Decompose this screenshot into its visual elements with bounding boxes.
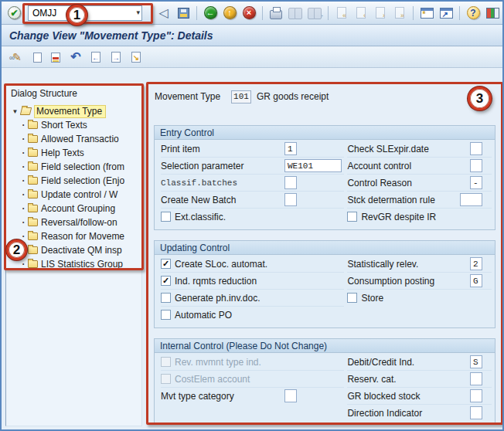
toolbar-separator <box>196 6 197 20</box>
first-page-icon[interactable]: « <box>334 5 349 21</box>
consumption-posting-field[interactable]: G <box>470 274 482 287</box>
classif-batches-field[interactable] <box>284 176 297 189</box>
gr-blocked-stock-field[interactable] <box>470 389 482 402</box>
internal-control-groupbox: Internal Control (Please Do Not Change) … <box>154 338 495 423</box>
copy-icon[interactable] <box>28 49 43 66</box>
tree-item-reason-for-movement[interactable]: ·Reason for Moveme <box>10 229 141 243</box>
store-checkbox[interactable] <box>347 293 357 303</box>
ind-rqmts-checkbox[interactable] <box>161 276 171 286</box>
direction-indicator-row: Direction Indicator <box>347 405 492 422</box>
direction-indicator-field[interactable] <box>470 406 482 419</box>
folder-icon <box>28 246 38 254</box>
stck-determation-rule-row: Stck determation rule <box>347 192 492 209</box>
page-glyph: ↘ <box>131 52 141 63</box>
check-slexpir-field[interactable] <box>470 142 482 155</box>
revgr-despite-ir-row: RevGR despite IR <box>347 209 492 226</box>
delete-icon[interactable] <box>48 49 63 66</box>
enter-icon[interactable]: ✔ <box>8 6 21 19</box>
command-dropdown-icon[interactable]: ▾ <box>136 8 140 16</box>
movement-type-field[interactable]: 101 <box>231 90 251 104</box>
exit-icon[interactable]: ↑ <box>222 5 237 21</box>
generate-phinv-row: Generate ph.inv.doc. <box>161 290 344 307</box>
print-icon[interactable] <box>268 5 284 21</box>
bullet-icon: · <box>20 148 27 158</box>
revgr-despite-ir-checkbox[interactable] <box>347 212 357 222</box>
control-reason-field[interactable]: - <box>470 176 482 189</box>
create-sloc-checkbox[interactable] <box>161 259 171 269</box>
create-shortcut-icon[interactable]: ↗ <box>438 5 454 21</box>
display-change-icon[interactable]: ∞✎ <box>8 49 23 66</box>
debit-credit-ind-field[interactable]: S <box>470 355 482 368</box>
account-control-field[interactable] <box>470 159 482 172</box>
print-item-row: Print item 1 <box>161 141 344 158</box>
cancel-icon[interactable]: × <box>241 5 257 21</box>
debit-credit-ind-row: Debit/Credit Ind. S <box>347 354 492 371</box>
back-icon[interactable]: ← <box>203 5 218 21</box>
position-icon[interactable]: ↘ <box>128 49 144 66</box>
updating-control-left-column: Create SLoc. automat. Ind. rqmts reducti… <box>161 256 344 324</box>
tree-item-allowed-transactions[interactable]: ·Allowed Transactio <box>10 132 141 146</box>
automatic-po-checkbox[interactable] <box>161 310 171 320</box>
statistically-relev-field[interactable]: 2 <box>470 257 482 270</box>
save-icon[interactable] <box>175 5 191 21</box>
customize-layout-icon[interactable] <box>485 5 500 21</box>
bullet-icon: · <box>20 120 27 131</box>
create-new-batch-row: Create New Batch <box>161 192 344 209</box>
print-item-label: Print item <box>161 144 284 154</box>
help-icon[interactable]: ? <box>465 5 481 21</box>
classif-batches-label: Classif.batches <box>161 178 284 188</box>
binoculars-plus-glyph: + <box>308 8 322 18</box>
ext-classific-checkbox[interactable] <box>161 212 171 222</box>
folder-icon <box>28 219 38 226</box>
tree-item-reversal-follow-on[interactable]: ·Reversal/follow-on <box>10 216 141 229</box>
store-row: Store <box>347 290 492 307</box>
folder-icon <box>28 232 38 240</box>
generate-phinv-checkbox[interactable] <box>161 293 171 303</box>
create-new-batch-label: Create New Batch <box>161 195 284 205</box>
question-glyph: ? <box>467 6 480 19</box>
next-page-icon[interactable]: › <box>373 5 388 21</box>
statistically-relev-row: Statistically relev. 2 <box>347 256 492 273</box>
tree-item-field-selection-enjoy[interactable]: ·Field selection (Enjo <box>10 174 141 188</box>
ext-classific-row: Ext.classific. <box>161 209 344 226</box>
tree-item-account-grouping[interactable]: ·Account Grouping <box>10 202 141 216</box>
last-page-icon[interactable]: » <box>392 5 407 21</box>
costelem-account-checkbox <box>161 374 171 384</box>
tree-item-lis-statistics[interactable]: ·LIS Statistics Group <box>10 257 141 271</box>
tree-item-update-control[interactable]: ·Update control / W <box>10 188 141 202</box>
store-label: Store <box>361 293 474 304</box>
internal-control-body: Rev. mvmnt type ind. CostElem account Mv… <box>155 353 495 423</box>
tree-item-movement-type[interactable]: ▼ Movement Type <box>10 104 141 118</box>
arrow-glyph: → <box>112 53 120 63</box>
folder-icon <box>28 191 38 199</box>
customize-glyph <box>486 8 499 19</box>
selection-parameter-field[interactable]: WE101 <box>284 159 342 172</box>
tree-item-short-texts[interactable]: ·Short Texts <box>10 118 141 132</box>
find-next-icon[interactable]: + <box>307 5 322 21</box>
previous-page-icon[interactable]: ‹ <box>353 5 369 21</box>
back-arrow-icon[interactable]: ◁ <box>156 5 172 21</box>
arrow-glyph: ← <box>92 53 100 63</box>
check-slexpir-row: Check SLExpir.date <box>347 141 492 158</box>
tree-item-deactivate-qm[interactable]: ·Deactivate QM insp <box>10 243 141 257</box>
dialog-structure-panel: Dialog Structure ▼ Movement Type ·Short … <box>5 83 142 426</box>
expander-icon[interactable]: ▼ <box>10 108 20 115</box>
create-new-batch-field[interactable] <box>284 193 297 206</box>
previous-entry-icon[interactable]: ← <box>88 49 104 66</box>
gr-blocked-stock-label: GR blocked stock <box>347 391 460 402</box>
bullet-icon: · <box>20 259 27 270</box>
reserv-cat-field[interactable] <box>470 372 482 385</box>
tree-item-help-texts[interactable]: ·Help Texts <box>10 146 141 160</box>
undo-icon[interactable]: ↶ <box>68 49 83 66</box>
find-icon[interactable] <box>288 5 303 21</box>
print-item-field[interactable]: 1 <box>284 142 297 155</box>
next-entry-icon[interactable]: → <box>108 49 124 66</box>
tree-item-field-selection-from[interactable]: ·Field selection (from <box>10 160 141 174</box>
arrow-glyph: ↘ <box>132 53 140 63</box>
selection-parameter-row: Selection parameter WE101 <box>161 158 344 175</box>
mvt-type-category-field[interactable] <box>284 389 297 402</box>
arrow-glyph: › <box>383 12 385 19</box>
binoculars-glyph <box>288 8 302 18</box>
stck-determation-rule-field[interactable] <box>460 193 482 206</box>
new-session-icon[interactable]: * <box>419 5 434 21</box>
